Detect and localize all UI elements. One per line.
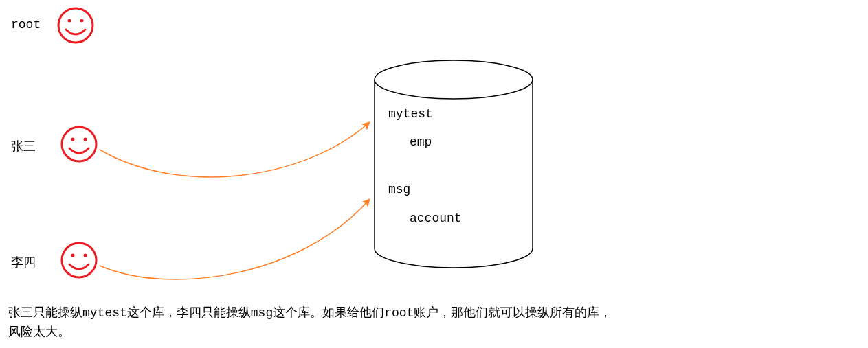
footer-text: 张三只能操纵mytest这个库，李四只能操纵msg这个库。如果给他们root账户…	[8, 303, 854, 342]
smiley-icon	[62, 243, 96, 277]
user-label-lisi: 李四	[11, 254, 36, 270]
svg-point-3	[375, 60, 533, 99]
user-label-root: root	[11, 18, 41, 32]
database-cylinder-icon	[375, 60, 533, 268]
smiley-icon	[62, 127, 96, 161]
footer-line2: 风险太大。	[8, 325, 70, 339]
smiley-icon	[58, 8, 93, 43]
db2-name: msg	[388, 183, 410, 196]
diagram-stage: root 张三 李四 mytest emp msg account 张三只能操纵…	[0, 0, 868, 348]
footer-line1: 张三只能操纵mytest这个库，李四只能操纵msg这个库。如果给他们root账户…	[8, 306, 612, 320]
db1-table: emp	[410, 135, 432, 149]
arrow-zhangsan-mytest	[100, 122, 370, 177]
db2-table: account	[410, 211, 462, 225]
user-label-zhangsan: 张三	[11, 138, 36, 154]
svg-overlay	[0, 0, 868, 348]
arrow-lisi-msg	[100, 199, 370, 279]
db1-name: mytest	[388, 107, 433, 121]
